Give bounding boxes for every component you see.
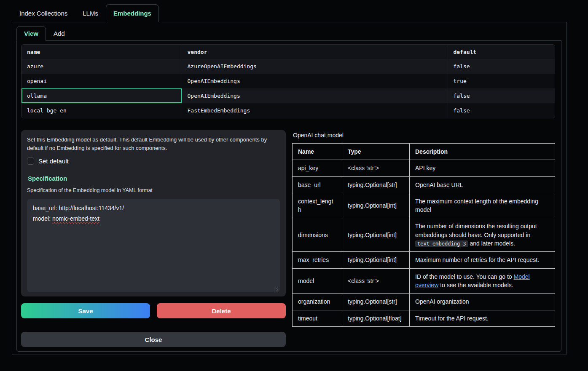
- docs-cell-type: typing.Optional[str]: [342, 176, 410, 193]
- docs-row-organization: organizationtyping.Optional[str]OpenAI o…: [293, 294, 555, 310]
- close-button[interactable]: Close: [21, 332, 286, 347]
- docs-cell-name: base_url: [293, 176, 342, 193]
- docs-row-dimensions: dimensionstyping.Optional[int]The number…: [293, 218, 555, 252]
- yaml-line: base_url: http://localhost:11434/v1/: [33, 203, 274, 214]
- tab-llms[interactable]: LLMs: [75, 4, 106, 22]
- model-overview-link[interactable]: Model overview: [415, 273, 530, 288]
- save-button[interactable]: Save: [21, 303, 150, 318]
- set-default-row: Set default: [27, 157, 280, 165]
- docs-cell-name: timeout: [293, 310, 342, 326]
- docs-row-model: model<class ’str’>ID of the model to use…: [293, 268, 555, 294]
- config-column: Set this Embedding model as default. Thi…: [21, 130, 286, 347]
- docs-title: OpenAI chat model: [293, 132, 555, 139]
- docs-col-header-name: Name: [293, 144, 342, 160]
- cell-azure-name[interactable]: azure: [21, 59, 182, 74]
- cell-azure-default[interactable]: false: [448, 59, 555, 74]
- default-config-panel: Set this Embedding model as default. Thi…: [21, 130, 286, 296]
- col-header-name: name: [21, 45, 182, 59]
- docs-cell-name: dimensions: [293, 218, 342, 252]
- tab-index-collections[interactable]: Index Collections: [12, 4, 75, 22]
- docs-cell-description: Maximum number of retries for the API re…: [410, 252, 555, 268]
- view-tab-panel: name vendor default azureAzureOpenAIEmbe…: [16, 41, 561, 352]
- docs-row-context_length: context_lengthtyping.Optional[int]The ma…: [293, 193, 555, 218]
- docs-row-timeout: timeouttyping.Optional[float]Timeout for…: [293, 310, 555, 326]
- docs-cell-description: OpenAI base URL: [410, 176, 555, 193]
- docs-cell-type: <class ’str’>: [342, 160, 410, 176]
- cell-openai-vendor[interactable]: OpenAIEmbeddings: [182, 74, 448, 88]
- embeddings-row-azure[interactable]: azureAzureOpenAIEmbeddingsfalse: [21, 59, 555, 74]
- subtab-add[interactable]: Add: [46, 26, 72, 40]
- embeddings-tab-panel: View Add name vendor default azureAzureO…: [12, 22, 567, 355]
- docs-cell-name: max_retries: [293, 252, 342, 268]
- docs-table: Name Type Description api_key<class ’str…: [292, 143, 555, 327]
- cell-azure-vendor[interactable]: AzureOpenAIEmbeddings: [182, 59, 448, 74]
- docs-cell-description: The number of dimensions the resulting o…: [410, 218, 555, 252]
- docs-row-base_url: base_urltyping.Optional[str]OpenAI base …: [293, 176, 555, 193]
- docs-cell-description: API key: [410, 160, 555, 176]
- resize-handle-icon[interactable]: [274, 287, 279, 291]
- inline-code: text-embedding-3: [415, 240, 468, 247]
- docs-cell-type: typing.Optional[float]: [342, 310, 410, 326]
- docs-cell-name: context_length: [293, 193, 342, 218]
- docs-row-max_retries: max_retriestyping.Optional[int]Maximum n…: [293, 252, 555, 268]
- main-tabbar: Index Collections LLMs Embeddings: [12, 4, 567, 22]
- docs-column: OpenAI chat model Name Type Description …: [292, 130, 555, 327]
- cell-ollama-name[interactable]: ollama: [21, 88, 182, 103]
- specification-caption: Specification of the Embedding model in …: [27, 187, 280, 193]
- misspelled-text: nomic-embed-text: [52, 215, 99, 222]
- yaml-spec-input[interactable]: base_url: http://localhost:11434/v1/mode…: [27, 199, 280, 292]
- col-header-default: default: [448, 45, 555, 59]
- specification-heading: Specification: [28, 175, 280, 182]
- docs-cell-name: organization: [293, 294, 342, 310]
- docs-col-header-type: Type: [342, 144, 410, 160]
- cell-ollama-vendor[interactable]: OpenAIEmbeddings: [182, 88, 448, 103]
- subtab-view[interactable]: View: [16, 26, 46, 41]
- docs-cell-type: typing.Optional[int]: [342, 252, 410, 268]
- cell-local-bge-en-vendor[interactable]: FastEmbedEmbeddings: [182, 103, 448, 118]
- yaml-line: model: nomic-embed-text: [33, 214, 274, 224]
- docs-header-row: Name Type Description: [293, 144, 555, 160]
- docs-cell-description: Timeout for the API request.: [410, 310, 555, 326]
- cell-openai-default[interactable]: true: [448, 74, 555, 88]
- action-buttons-row: Save Delete: [21, 303, 286, 318]
- docs-cell-type: typing.Optional[str]: [342, 294, 410, 310]
- docs-cell-description: The maximum context length of the embedd…: [410, 193, 555, 218]
- set-default-label: Set default: [38, 157, 69, 165]
- embeddings-table-card: name vendor default azureAzureOpenAIEmbe…: [21, 44, 555, 118]
- docs-row-api_key: api_key<class ’str’>API key: [293, 160, 555, 176]
- docs-cell-name: model: [293, 268, 342, 294]
- docs-col-header-description: Description: [410, 144, 555, 160]
- docs-cell-description: ID of the model to use. You can go to Mo…: [410, 268, 555, 294]
- col-header-vendor: vendor: [182, 45, 448, 59]
- cell-local-bge-en-name[interactable]: local-bge-en: [21, 103, 182, 118]
- sub-tabbar: View Add: [16, 26, 561, 41]
- cell-ollama-default[interactable]: false: [448, 88, 555, 103]
- app-root: Index Collections LLMs Embeddings View A…: [12, 4, 567, 355]
- embeddings-table: name vendor default azureAzureOpenAIEmbe…: [21, 45, 555, 118]
- docs-cell-type: typing.Optional[int]: [342, 218, 410, 252]
- delete-button[interactable]: Delete: [157, 303, 286, 318]
- docs-cell-type: typing.Optional[int]: [342, 193, 410, 218]
- set-default-checkbox[interactable]: [27, 157, 34, 165]
- embeddings-row-local-bge-en[interactable]: local-bge-enFastEmbedEmbeddingsfalse: [21, 103, 555, 118]
- docs-cell-description: OpenAI organization: [410, 294, 555, 310]
- tab-embeddings[interactable]: Embeddings: [106, 4, 159, 22]
- cell-local-bge-en-default[interactable]: false: [448, 103, 555, 118]
- embeddings-table-header-row: name vendor default: [21, 45, 555, 59]
- embeddings-row-openai[interactable]: openaiOpenAIEmbeddingstrue: [21, 74, 555, 88]
- docs-cell-type: <class ’str’>: [342, 268, 410, 294]
- docs-cell-name: api_key: [293, 160, 342, 176]
- cell-openai-name[interactable]: openai: [21, 74, 182, 88]
- set-default-info-text: Set this Embedding model as default. Thi…: [27, 136, 280, 152]
- embeddings-row-ollama[interactable]: ollamaOpenAIEmbeddingsfalse: [21, 88, 555, 103]
